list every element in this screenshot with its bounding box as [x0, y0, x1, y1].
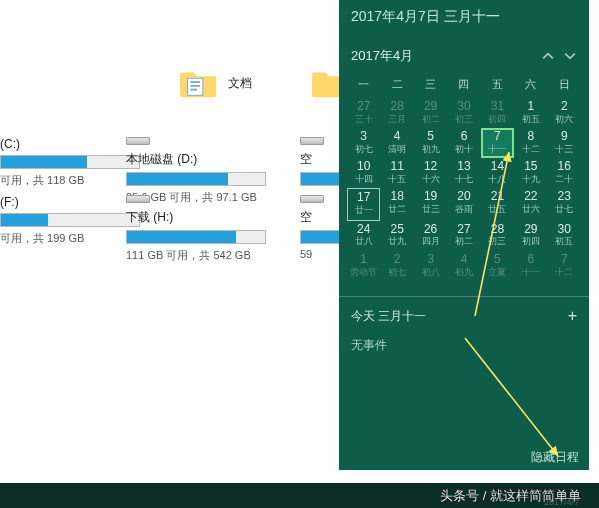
calendar-day[interactable]: 1初五	[514, 98, 547, 128]
hide-agenda-link[interactable]: 隐藏日程	[531, 449, 579, 466]
calendar-day[interactable]: 4初九	[447, 251, 480, 281]
calendar-day[interactable]: 7十二	[548, 251, 581, 281]
calendar-agenda: 今天 三月十一 + 无事件 加入了农历显示	[339, 296, 589, 364]
svg-rect-1	[190, 81, 200, 83]
calendar-day[interactable]: 26四月	[414, 221, 447, 251]
drive-usage-bar	[126, 172, 266, 186]
calendar-dow: 四	[447, 73, 480, 98]
calendar-day[interactable]: 27初二	[447, 221, 480, 251]
drive-icon	[126, 195, 150, 203]
folder-icon	[180, 66, 218, 100]
calendar-day[interactable]: 23廿七	[548, 188, 581, 220]
calendar-day[interactable]: 28三月	[380, 98, 413, 128]
calendar-dow-row: 一二三四五六日	[339, 73, 589, 98]
drive-usage-bar	[0, 213, 140, 227]
svg-rect-2	[190, 85, 200, 87]
chevron-down-icon[interactable]	[563, 49, 577, 63]
calendar-day[interactable]: 28初三	[481, 221, 514, 251]
calendar-flyout: 2017年4月7日 三月十一 2017年4月 一二三四五六日 27三十28三月2…	[339, 0, 589, 470]
calendar-day[interactable]: 21廿五	[481, 188, 514, 220]
calendar-day[interactable]: 19廿三	[414, 188, 447, 220]
calendar-day[interactable]: 17廿一	[347, 188, 380, 220]
drive-icon	[126, 137, 150, 145]
calendar-day[interactable]: 2初七	[380, 251, 413, 281]
drive-name: 本地磁盘 (D:)	[126, 151, 286, 172]
calendar-day[interactable]: 7十一	[481, 128, 514, 158]
calendar-day[interactable]: 12十六	[414, 158, 447, 188]
calendar-full-date: 2017年4月7日 三月十一	[339, 0, 589, 37]
calendar-day[interactable]: 6初十	[447, 128, 480, 158]
calendar-day[interactable]: 3初八	[414, 251, 447, 281]
calendar-day[interactable]: 20谷雨	[447, 188, 480, 220]
svg-rect-3	[190, 89, 197, 91]
taskbar-clock[interactable]: 2017/4/7	[544, 497, 579, 507]
calendar-day[interactable]: 18廿二	[380, 188, 413, 220]
calendar-day[interactable]: 3初七	[347, 128, 380, 158]
calendar-grid: 27三十28三月29初二30初三31初四1初五2初六3初七4清明5初九6初十7十…	[339, 98, 589, 281]
calendar-day[interactable]: 30初五	[548, 221, 581, 251]
calendar-day[interactable]: 5初九	[414, 128, 447, 158]
calendar-week-row: 27三十28三月29初二30初三31初四1初五2初六	[339, 98, 589, 128]
folder-documents[interactable]: 文档	[180, 53, 252, 113]
calendar-month-label[interactable]: 2017年4月	[351, 47, 413, 65]
calendar-day[interactable]: 1劳动节	[347, 251, 380, 281]
calendar-dow: 一	[347, 73, 380, 98]
calendar-dow: 三	[414, 73, 447, 98]
calendar-dow: 六	[514, 73, 547, 98]
drive-icon	[300, 137, 324, 145]
calendar-week-row: 3初七4清明5初九6初十7十一8十二9十三	[339, 128, 589, 158]
calendar-day[interactable]: 30初三	[447, 98, 480, 128]
calendar-day[interactable]: 31初四	[481, 98, 514, 128]
calendar-day[interactable]: 27三十	[347, 98, 380, 128]
calendar-day[interactable]: 13十七	[447, 158, 480, 188]
calendar-day[interactable]: 8十二	[514, 128, 547, 158]
drive-size: 111 GB 可用，共 542 GB	[126, 244, 286, 263]
calendar-day[interactable]: 4清明	[380, 128, 413, 158]
calendar-day[interactable]: 2初六	[548, 98, 581, 128]
drive-usage-bar	[126, 230, 266, 244]
calendar-day[interactable]: 11十五	[380, 158, 413, 188]
calendar-week-row: 17廿一18廿二19廿三20谷雨21廿五22廿六23廿七	[339, 188, 589, 220]
drive-icon	[300, 195, 324, 203]
calendar-day[interactable]: 29初四	[514, 221, 547, 251]
svg-rect-0	[188, 78, 203, 95]
calendar-day[interactable]: 25廿九	[380, 221, 413, 251]
drive-h[interactable]: 下载 (H:) 111 GB 可用，共 542 GB	[126, 195, 286, 263]
calendar-month-row: 2017年4月	[339, 37, 589, 73]
calendar-day[interactable]: 5立夏	[481, 251, 514, 281]
chevron-up-icon[interactable]	[541, 49, 555, 63]
drive-name: 下载 (H:)	[126, 209, 286, 230]
calendar-week-row: 10十四11十五12十六13十七14十八15十九16二十	[339, 158, 589, 188]
calendar-dow: 二	[380, 73, 413, 98]
calendar-day[interactable]: 24廿八	[347, 221, 380, 251]
agenda-title: 今天 三月十一	[351, 308, 426, 325]
calendar-week-row: 24廿八25廿九26四月27初二28初三29初四30初五	[339, 221, 589, 251]
calendar-dow: 五	[481, 73, 514, 98]
calendar-dow: 日	[548, 73, 581, 98]
calendar-day[interactable]: 9十三	[548, 128, 581, 158]
drive-usage-bar	[0, 155, 140, 169]
calendar-day[interactable]: 22廿六	[514, 188, 547, 220]
calendar-day[interactable]: 14十八	[481, 158, 514, 188]
folder-label: 文档	[228, 75, 252, 92]
calendar-day[interactable]: 6十一	[514, 251, 547, 281]
plus-icon[interactable]: +	[568, 307, 577, 325]
calendar-day[interactable]: 16二十	[548, 158, 581, 188]
calendar-week-row: 1劳动节2初七3初八4初九5立夏6十一7十二	[339, 251, 589, 281]
calendar-day[interactable]: 29初二	[414, 98, 447, 128]
calendar-day[interactable]: 15十九	[514, 158, 547, 188]
agenda-empty-text: 无事件	[351, 337, 577, 354]
calendar-day[interactable]: 10十四	[347, 158, 380, 188]
